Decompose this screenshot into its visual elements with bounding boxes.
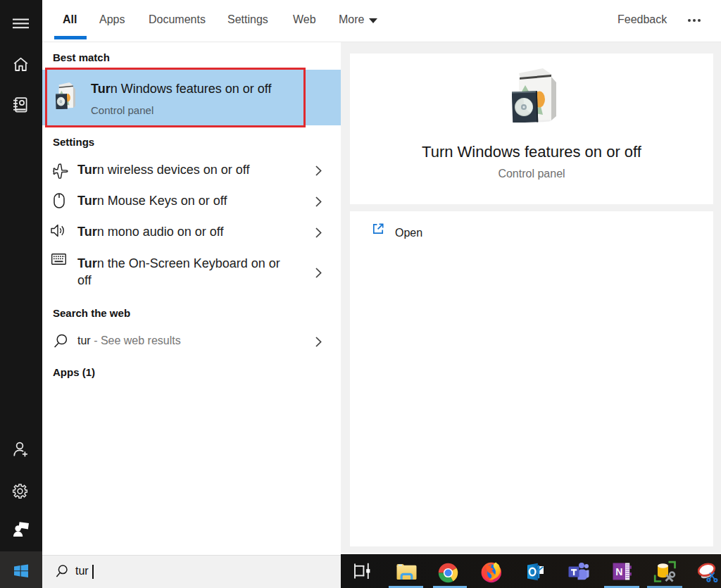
svg-text:N: N bbox=[615, 566, 622, 577]
